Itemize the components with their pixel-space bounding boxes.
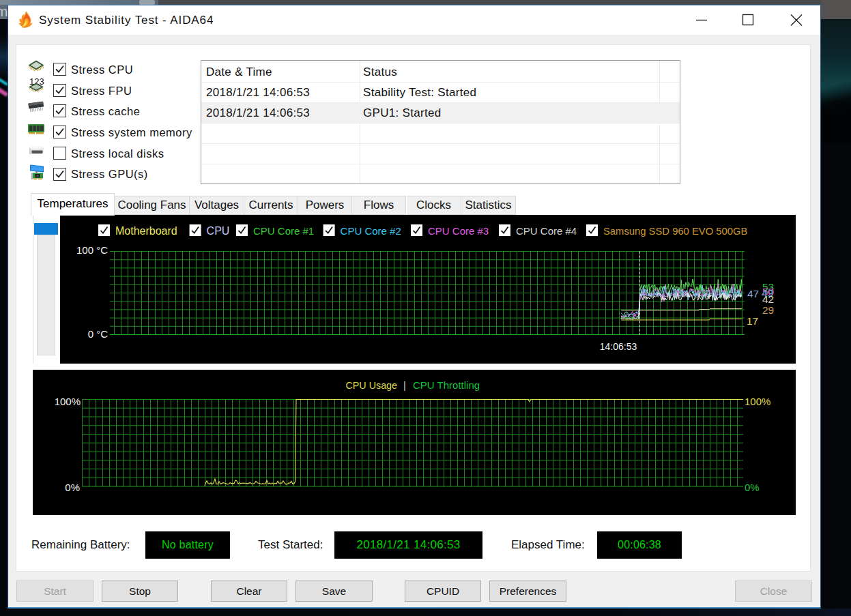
svg-text:100 °C: 100 °C [76,244,108,256]
svg-text:0%: 0% [745,482,760,493]
svg-text:CPU Throttling: CPU Throttling [413,379,480,391]
svg-text:CPU: CPU [207,225,230,237]
svg-text:CPU Core #3: CPU Core #3 [428,225,489,237]
svg-text:|: | [403,379,406,391]
svg-text:Motherboard: Motherboard [115,225,177,237]
svg-text:0%: 0% [65,482,80,493]
svg-text:14:06:53: 14:06:53 [600,341,637,352]
svg-text:CPU Usage: CPU Usage [346,380,398,391]
svg-text:47: 47 [747,288,759,299]
svg-text:29: 29 [762,304,774,316]
svg-text:CPU Core #1: CPU Core #1 [253,225,314,237]
svg-text:17: 17 [747,315,758,327]
svg-text:100%: 100% [55,396,81,407]
svg-text:CPU Core #2: CPU Core #2 [341,225,401,237]
svg-text:42: 42 [762,293,774,305]
svg-text:CPU Core #4: CPU Core #4 [516,225,577,237]
svg-text:Samsung SSD 960 EVO 500GB: Samsung SSD 960 EVO 500GB [603,226,748,237]
svg-text:100%: 100% [745,396,770,407]
svg-text:0 °C: 0 °C [88,328,109,340]
